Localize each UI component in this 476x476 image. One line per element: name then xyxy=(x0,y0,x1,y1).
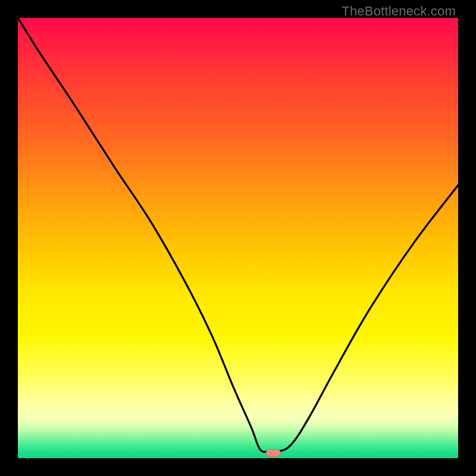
chart-frame: TheBottleneck.com xyxy=(0,0,476,476)
watermark-text: TheBottleneck.com xyxy=(342,4,456,19)
bottleneck-curve xyxy=(18,18,458,458)
optimum-marker xyxy=(266,449,280,456)
plot-area xyxy=(18,18,458,458)
